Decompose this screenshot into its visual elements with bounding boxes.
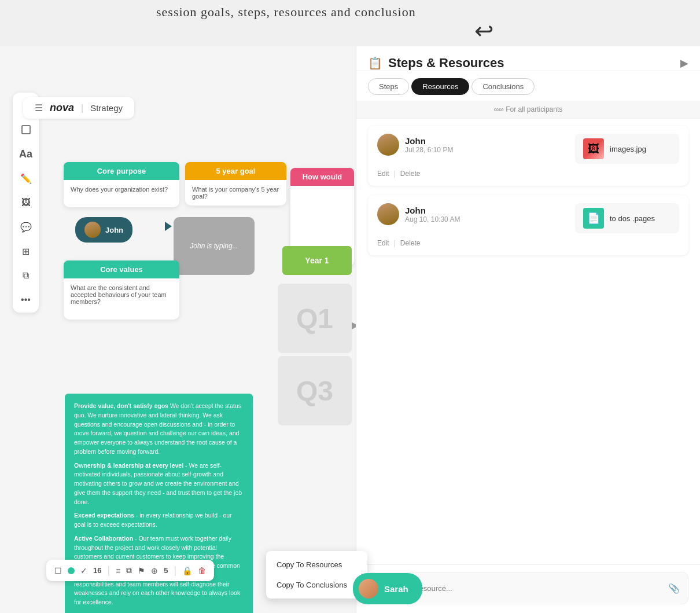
resource-1-actions: Edit | Delete <box>377 170 679 178</box>
sarah-bubble: Sarah <box>353 573 422 604</box>
resource-2-actions: Edit | Delete <box>377 239 679 247</box>
image-tool-icon[interactable]: 🖼 <box>19 196 33 210</box>
resource-2-user: John Aug 10, 10:30 AM <box>377 203 460 225</box>
sidebar-toolbar: ▲ Aa ✏️ 🖼 💬 ⊞ ⧉ ••• <box>13 93 39 313</box>
annotation-text: session goals, steps, resources and conc… <box>156 5 416 20</box>
q3-label: Q3 <box>296 375 333 407</box>
add-resource-input[interactable] <box>402 584 662 593</box>
panel-title: Steps & Resources <box>388 56 504 71</box>
core-values-card[interactable]: Core values What are the consistent and … <box>64 260 179 320</box>
bt-align-icon[interactable]: ≡ <box>116 566 120 575</box>
tab-conclusions[interactable]: Conclusions <box>471 78 535 95</box>
sticky-item-1: Provide value, don't satisfy egos We don… <box>74 402 244 457</box>
sarah-avatar <box>359 579 378 599</box>
resource-1-sep: | <box>394 170 396 178</box>
q1-arrow-icon: ▶ <box>352 320 356 331</box>
bottom-toolbar: ☐ ✓ 16 | ≡ ⧉ ⚑ ⊕ 5 | 🔒 🗑 <box>46 560 214 581</box>
resource-1-edit[interactable]: Edit <box>377 170 389 178</box>
bt-copy-icon[interactable]: ⧉ <box>126 566 132 575</box>
table-tool-icon[interactable]: ⊞ <box>19 244 33 258</box>
five-year-header: 5 year goal <box>185 162 286 180</box>
annotation-arrow: ↩ <box>474 17 494 45</box>
panel-collapse-arrow[interactable]: ▶ <box>680 57 688 69</box>
resource-list: John Jul 28, 6:10 PM images.jpg Edit | D… <box>356 119 700 564</box>
panel-header-icon: 📋 <box>368 56 382 70</box>
bubble-arrow <box>165 222 172 231</box>
resource-2-edit[interactable]: Edit <box>377 239 389 247</box>
resource-2-name: John <box>405 205 460 215</box>
resource-1-header: John Jul 28, 6:10 PM images.jpg <box>377 134 679 164</box>
bt-number-5: 5 <box>164 566 168 575</box>
bt-stack-icon[interactable]: ⊕ <box>151 566 158 575</box>
shapes-tool-icon[interactable]: ⧉ <box>19 269 33 282</box>
typing-text: John is typing... <box>190 242 238 250</box>
resource-2-file[interactable]: 📄 to dos .pages <box>575 203 679 233</box>
tab-resources[interactable]: Resources <box>411 78 469 95</box>
resource-1-file[interactable]: images.jpg <box>575 134 679 164</box>
sarah-name: Sarah <box>384 584 408 594</box>
hamburger-icon[interactable]: ☰ <box>35 102 43 113</box>
tab-steps[interactable]: Steps <box>368 78 409 95</box>
canvas-area: ☰ nova | Strategy ▲ Aa ✏️ 🖼 💬 ⊞ ⧉ ••• Co… <box>0 46 356 613</box>
q3-card: Q3 <box>278 356 352 425</box>
five-year-goal-card[interactable]: 5 year goal What is your company's 5 yea… <box>185 162 286 205</box>
comment-tool-icon[interactable]: 💬 <box>19 220 33 234</box>
frame-tool-icon[interactable] <box>19 123 33 137</box>
resource-2-timestamp: Aug 10, 10:30 AM <box>405 215 460 223</box>
right-panel: 📋 Steps & Resources ▶ Steps Resources Co… <box>356 46 700 613</box>
resource-2-avatar <box>377 203 399 225</box>
resource-1-info: John Jul 28, 6:10 PM <box>405 136 453 154</box>
bt-check-icon[interactable]: ✓ <box>80 566 87 575</box>
core-purpose-subtitle: Why does your organization exist? <box>64 180 179 199</box>
core-values-subtitle: What are the consistent and accepted beh… <box>64 278 179 311</box>
resource-2-header: John Aug 10, 10:30 AM 📄 to dos .pages <box>377 203 679 233</box>
bt-divider-2: | <box>174 564 177 577</box>
resource-2-file-thumb: 📄 <box>583 208 604 229</box>
resource-2-sep: | <box>394 239 396 247</box>
bt-lock-icon[interactable]: 🔒 <box>182 566 192 575</box>
copy-to-resources-item[interactable]: Copy To Resources <box>266 555 367 575</box>
resource-1-avatar <box>377 134 399 156</box>
svg-rect-0 <box>22 126 30 134</box>
resource-1-name: John <box>405 136 453 146</box>
john-avatar <box>84 222 101 238</box>
core-purpose-card[interactable]: Core purpose Why does your organization … <box>64 162 179 207</box>
resource-2-delete[interactable]: Delete <box>400 239 421 247</box>
bt-flag-icon[interactable]: ⚑ <box>138 566 145 575</box>
john-name: John <box>105 226 123 234</box>
copy-to-conclusions-item[interactable]: Copy To Conclusions <box>266 575 367 595</box>
bt-dot-icon[interactable] <box>68 567 75 574</box>
core-values-header: Core values <box>64 260 179 278</box>
sticky-item-3: Exceed expectations - in every relations… <box>74 511 244 530</box>
resource-1-timestamp: Jul 28, 6:10 PM <box>405 146 453 154</box>
bt-square-icon[interactable]: ☐ <box>54 566 62 575</box>
year1-card[interactable]: Year 1 <box>282 246 352 275</box>
bt-number-16: 16 <box>93 566 101 575</box>
q1-card: Q1 <box>278 284 352 353</box>
resource-1-file-name: images.jpg <box>610 145 646 153</box>
resource-entry-2: John Aug 10, 10:30 AM 📄 to dos .pages Ed… <box>368 195 688 255</box>
nav-divider: | <box>81 103 83 113</box>
context-menu: Copy To Resources Copy To Conclusions <box>266 551 367 599</box>
participants-bar: ∞∞ For all participants <box>356 101 700 119</box>
app-logo: nova <box>50 102 74 114</box>
typing-bubble: John is typing... <box>174 217 255 275</box>
more-tool-icon[interactable]: ••• <box>19 293 33 307</box>
resource-1-delete[interactable]: Delete <box>400 170 421 178</box>
bt-trash-icon[interactable]: 🗑 <box>198 566 206 575</box>
resource-entry-1: John Jul 28, 6:10 PM images.jpg Edit | D… <box>368 126 688 186</box>
q1-label: Q1 <box>296 303 333 335</box>
year1-label: Year 1 <box>305 256 329 265</box>
john-bubble: John <box>75 217 132 243</box>
five-year-subtitle: What is your company's 5 year goal? <box>185 180 286 205</box>
resource-1-user: John Jul 28, 6:10 PM <box>377 134 453 156</box>
panel-header: 📋 Steps & Resources ▶ <box>356 46 700 71</box>
pencil-tool-icon[interactable]: ✏️ <box>19 171 33 185</box>
bt-divider-1: | <box>107 564 110 577</box>
text-tool-icon[interactable]: Aa <box>19 147 33 161</box>
attach-icon[interactable]: 📎 <box>668 583 680 594</box>
resource-2-info: John Aug 10, 10:30 AM <box>405 205 460 223</box>
how-would-header: How would <box>290 168 354 186</box>
nav-title: Strategy <box>90 103 123 113</box>
sticky-item-2: Ownership & leadership at every level - … <box>74 461 244 507</box>
